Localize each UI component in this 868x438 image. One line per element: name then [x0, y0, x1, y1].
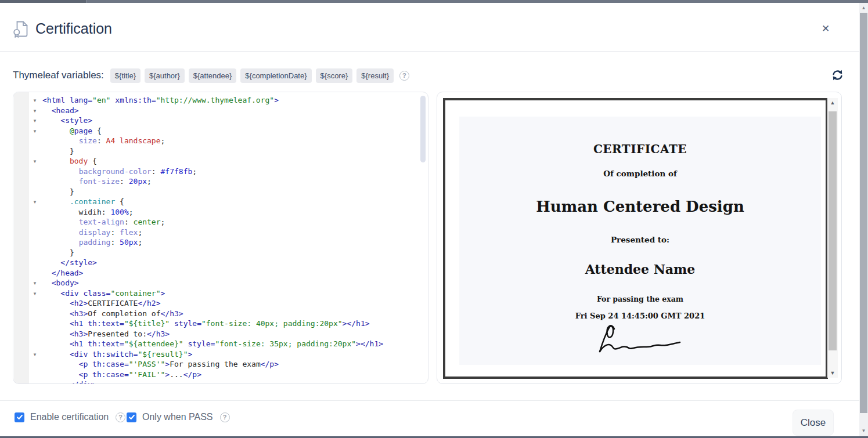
certificate-attendee-name: Attendee Name: [459, 262, 821, 277]
code-line[interactable]: display: flex;: [42, 227, 428, 238]
certificate-icon: [12, 19, 30, 39]
code-line[interactable]: }: [42, 248, 428, 258]
code-line[interactable]: </head>: [42, 268, 428, 278]
top-edge-strip-left: [0, 0, 87, 3]
editor-scrollbar-thumb[interactable]: [420, 96, 426, 162]
code-line[interactable]: <h3>Presented to:</h3>: [42, 329, 428, 339]
code-line[interactable]: text-align: center;: [42, 217, 428, 227]
code-line[interactable]: <p th:case="'FAIL'">...</p>: [42, 370, 428, 380]
variable-badge: ${result}: [356, 68, 394, 83]
variables-help-icon[interactable]: ?: [399, 71, 409, 81]
enable-certification-checkbox[interactable]: Enable certification ?: [15, 412, 125, 422]
preview-scrollbar[interactable]: ▲ ▼: [827, 98, 838, 378]
code-line[interactable]: <head>: [42, 106, 428, 116]
checkbox-checked-icon[interactable]: [127, 412, 136, 422]
code-line[interactable]: <body>: [42, 278, 428, 288]
code-line[interactable]: body {: [42, 156, 428, 166]
scroll-up-icon[interactable]: ▲: [859, 4, 868, 12]
code-line[interactable]: <h1 th:text="${title}" style="font-size:…: [42, 318, 428, 329]
close-button[interactable]: Close: [793, 410, 834, 436]
certificate-course-title: Human Centered Design: [459, 198, 821, 215]
code-line[interactable]: </div>: [42, 379, 428, 384]
variable-badge: ${score}: [316, 68, 353, 83]
page-scrollbar[interactable]: ▲ ▼: [859, 3, 868, 436]
modal-footer: Enable certification ? Only when PASS ? …: [0, 400, 860, 436]
code-line[interactable]: size: A4 landscape;: [42, 136, 428, 146]
variable-badge: ${completionDate}: [240, 68, 311, 83]
refresh-icon[interactable]: [831, 69, 844, 81]
certificate-frame: CERTIFICATE Of completion of Human Cente…: [443, 98, 828, 379]
certificate-heading: CERTIFICATE: [459, 117, 821, 156]
code-line[interactable]: widih: 100%;: [42, 207, 428, 218]
thymeleaf-variables-label: Thymeleaf variables:: [13, 70, 104, 81]
thymeleaf-variables-bar: Thymeleaf variables: ${title}${author}${…: [13, 65, 409, 86]
scroll-down-icon[interactable]: ▼: [827, 368, 838, 378]
variable-badge: ${title}: [110, 68, 141, 83]
checkbox-label: Enable certification: [30, 412, 109, 422]
code-line[interactable]: <div class="container">: [42, 288, 428, 299]
code-line[interactable]: font-size: 20px;: [42, 176, 428, 187]
code-line[interactable]: </style>: [42, 258, 428, 268]
certificate-result-text: For passing the exam: [459, 295, 821, 303]
code-line[interactable]: padding: 50px;: [42, 237, 428, 248]
code-line[interactable]: <div th:switch="${result}">: [42, 349, 428, 360]
page-scrollbar-thumb[interactable]: [860, 13, 867, 413]
enable-certification-help-icon[interactable]: ?: [116, 412, 125, 422]
certificate-signature: [459, 321, 821, 359]
code-line[interactable]: }: [42, 187, 428, 197]
only-when-pass-checkbox[interactable]: Only when PASS ?: [127, 412, 230, 422]
code-line[interactable]: <h2>CERTIFICATE</h2>: [42, 298, 428, 309]
checkbox-label: Only when PASS: [142, 412, 213, 422]
variable-badge: ${author}: [145, 68, 185, 83]
editor-code[interactable]: <html lang="en" xmlns:th="http://www.thy…: [13, 92, 428, 384]
code-line[interactable]: <html lang="en" xmlns:th="http://www.thy…: [42, 95, 428, 106]
only-when-pass-help-icon[interactable]: ?: [220, 412, 230, 422]
code-line[interactable]: <style>: [42, 115, 428, 126]
checkbox-checked-icon[interactable]: [15, 412, 24, 422]
close-icon[interactable]: ✕: [819, 23, 832, 35]
certificate-page: CERTIFICATE Of completion of Human Cente…: [459, 117, 821, 365]
variable-badge: ${attendee}: [189, 68, 237, 83]
modal-header: Certification ✕: [0, 3, 860, 52]
code-line[interactable]: .container {: [42, 197, 428, 207]
certificate-presented-label: Presented to:: [459, 235, 821, 244]
scroll-up-icon[interactable]: ▲: [827, 98, 838, 107]
code-line[interactable]: }: [42, 146, 428, 157]
preview-scrollbar-thumb[interactable]: [829, 111, 837, 350]
top-edge-strip: [0, 0, 868, 3]
page-title: Certification: [35, 20, 112, 37]
code-line[interactable]: <p th:case="'PASS'">For passing the exam…: [42, 359, 428, 370]
scroll-down-icon[interactable]: ▼: [859, 427, 868, 435]
template-code-editor[interactable]: ▾▾▾▾▾▾▾▾▾ <html lang="en" xmlns:th="http…: [13, 92, 428, 384]
certificate-completion-date: Fri Sep 24 14:45:00 GMT 2021: [459, 312, 821, 320]
code-line[interactable]: @page {: [42, 126, 428, 136]
code-line[interactable]: background-color: #f7f8fb;: [42, 166, 428, 177]
certificate-preview: CERTIFICATE Of completion of Human Cente…: [437, 92, 842, 384]
code-line[interactable]: <h3>Of completion of</h3>: [42, 309, 428, 319]
certificate-subheading: Of completion of: [459, 169, 821, 178]
variable-badges: ${title}${author}${attendee}${completion…: [110, 68, 398, 83]
code-line[interactable]: <h1 th:text="${attendee}" style="font-si…: [42, 339, 428, 349]
